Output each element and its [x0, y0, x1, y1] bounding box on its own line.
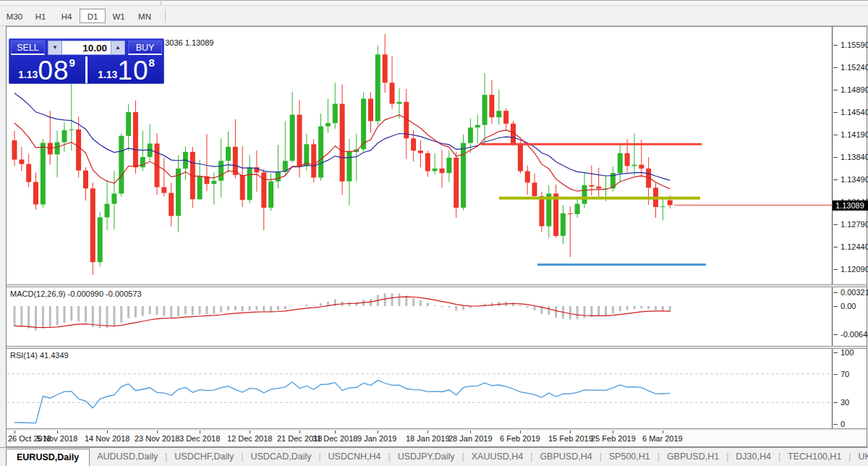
toolbar-separator [165, 9, 166, 22]
tf-button-MN[interactable]: MN [132, 9, 158, 23]
date-tick [663, 431, 663, 433]
rsi-label: RSI(14) 41.4349 [10, 351, 69, 360]
price-axis-label: 1.14890 [841, 85, 868, 95]
chart-window: ▲EURUSD,Daily1.13166 1.13239 1.13036 1.1… [6, 26, 867, 447]
chart-tab-audusddaily[interactable]: AUDUSD,Daily [90, 449, 165, 466]
buy-price-sup: 8 [149, 58, 155, 68]
tf-button-W1[interactable]: W1 [106, 9, 132, 23]
macd-label: MACD(12,26,9) -0.000990 -0.000573 [10, 289, 142, 298]
date-tick [470, 431, 471, 433]
sell-price-sup: 9 [69, 58, 75, 68]
date-tick [335, 431, 336, 433]
tf-button-H4[interactable]: H4 [54, 9, 80, 23]
volume-stepper: ▼ 10.00 ▲ [48, 41, 125, 55]
date-tick [250, 431, 250, 433]
date-axis-label: 5 Nov 2018 [37, 434, 77, 443]
price-axis-label: 1.12790 [841, 219, 868, 229]
chart-tab-tech100h1[interactable]: TECH100,H1 [780, 449, 848, 466]
price-divider [85, 56, 88, 83]
rsi-axis-label: 0 [841, 419, 845, 429]
price-axis-label: 1.13490 [841, 174, 868, 185]
price-axis-label: 1.15590 [841, 40, 868, 50]
price-axis-label: 1.14190 [841, 130, 868, 140]
rsi-pane[interactable] [7, 349, 832, 428]
price-axis-label: 1.13840 [841, 152, 868, 162]
chart-tab-usdcnhh4[interactable]: USDCNH,H4 [321, 449, 388, 466]
price-axis-label: 1.12090 [841, 264, 868, 274]
date-tick [570, 431, 571, 433]
date-axis-label: 9 Jan 2019 [357, 434, 396, 443]
tf-button-M30[interactable]: M30 [1, 9, 27, 23]
date-tick [613, 431, 613, 433]
macd-axis-label: 0.00 [841, 301, 856, 311]
chart-tab-eurusddaily[interactable]: EURUSD,Daily [6, 449, 90, 466]
chart-tab-gbpusdh4[interactable]: GBPUSD,H4 [532, 449, 599, 466]
buy-button[interactable]: BUY [128, 41, 162, 55]
date-axis-label: 25 Feb 2019 [591, 434, 636, 443]
sell-price-big: 08 [38, 60, 69, 82]
date-tick [57, 431, 58, 433]
price-axis-line [832, 27, 833, 431]
chart-tab-xauusdh4[interactable]: XAUUSD,H4 [464, 449, 531, 466]
buy-price-big: 10 [117, 60, 148, 82]
chart-tab-usdchfdaily[interactable]: USDCHF,Daily [167, 449, 241, 466]
volume-input[interactable]: 10.00 [62, 41, 111, 55]
date-axis-label: 31 Dec 2018 [312, 434, 357, 443]
date-axis-label: 12 Dec 2018 [227, 434, 272, 443]
buy-price-display[interactable]: 1.13 10 8 [88, 56, 164, 83]
price-axis-label: 1.12440 [841, 242, 868, 252]
date-axis-label: 15 Feb 2019 [548, 434, 593, 443]
rsi-axis-label: 30 [841, 397, 849, 407]
date-axis-label: 14 Nov 2018 [85, 434, 129, 443]
date-axis-label: 6 Feb 2019 [500, 434, 540, 443]
toolbar-edge-strip [0, 0, 868, 6]
macd-axis-label: 0.003216 [841, 287, 868, 297]
one-click-trading-panel: SELL ▼ 10.00 ▲ BUY 1.13 08 9 1.13 10 [9, 38, 164, 84]
sell-button[interactable]: SELL [11, 41, 45, 55]
volume-decrease-button[interactable]: ▼ [48, 41, 62, 55]
date-tick [14, 431, 15, 433]
chart-tab-usdjpydaily[interactable]: USDJPY,Daily [391, 449, 462, 466]
date-tick [200, 431, 200, 433]
date-axis[interactable]: 26 Oct 20185 Nov 201814 Nov 201823 Nov 2… [7, 431, 867, 446]
date-tick [107, 431, 108, 433]
rsi-axis-label: 70 [841, 369, 849, 379]
date-axis-label: 23 Nov 2018 [135, 434, 179, 443]
timeframe-toolbar: M30H1H4D1W1MN [0, 6, 868, 26]
current-price-badge: 1.13089 [833, 200, 868, 211]
price-axis-label: 1.14540 [841, 107, 868, 117]
date-tick [378, 431, 378, 433]
chart-tab-usdcaddaily[interactable]: USDCAD,Daily [243, 449, 318, 466]
tf-button-D1[interactable]: D1 [80, 9, 106, 23]
date-tick [520, 431, 521, 433]
tf-button-H1[interactable]: H1 [27, 9, 54, 23]
date-tick [157, 431, 158, 433]
date-tick [427, 431, 428, 433]
chart-tab-gbpusdh1[interactable]: GBPUSD,H1 [660, 449, 726, 466]
mt4-terminal: M30H1H4D1W1MN ▲EURUSD,Daily1.13166 1.132… [0, 0, 868, 466]
buy-price-prefix: 1.13 [98, 67, 117, 82]
date-axis-label: 28 Jan 2019 [448, 434, 493, 443]
toolbar-divider [161, 1, 161, 5]
chart-tab-ukoil[interactable]: UKOil, [851, 449, 868, 466]
date-axis-label: 6 Mar 2019 [642, 434, 683, 443]
volume-increase-button[interactable]: ▲ [111, 41, 125, 55]
macd-axis-label: -0.006485 [841, 329, 868, 339]
date-axis-label: 18 Jan 2019 [406, 434, 450, 443]
chart-tab-dj30h4[interactable]: DJ30,H4 [728, 449, 778, 466]
price-axis-label: 1.15240 [841, 62, 868, 72]
chart-tab-bar: EURUSD,DailyAUDUSD,Daily|USDCHF,Daily|US… [0, 447, 868, 466]
sell-price-display[interactable]: 1.13 08 9 [9, 56, 85, 83]
rsi-axis-label: 100 [841, 347, 854, 357]
date-axis-label: 3 Dec 2018 [179, 434, 220, 443]
sell-price-prefix: 1.13 [18, 67, 38, 82]
chart-tab-sp500h1[interactable]: SP500,H1 [602, 449, 658, 466]
date-tick [299, 431, 300, 433]
